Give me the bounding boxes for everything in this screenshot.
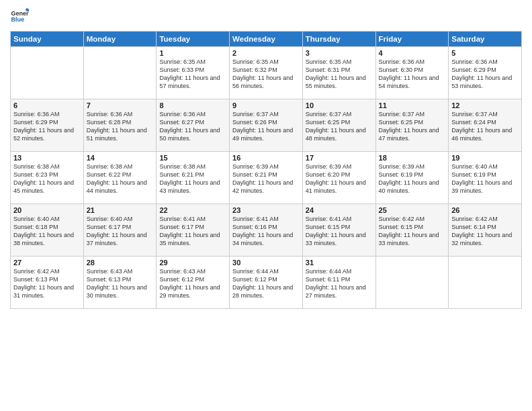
calendar-cell: 3Sunrise: 6:35 AMSunset: 6:31 PMDaylight…	[302, 47, 375, 99]
day-number: 2	[232, 49, 300, 57]
calendar-week-row: 13Sunrise: 6:38 AMSunset: 6:23 PMDayligh…	[11, 152, 522, 204]
day-info: Sunrise: 6:35 AMSunset: 6:31 PMDaylight:…	[306, 58, 373, 91]
day-number: 3	[306, 49, 373, 57]
day-info: Sunrise: 6:38 AMSunset: 6:23 PMDaylight:…	[13, 163, 81, 195]
day-info: Sunrise: 6:44 AMSunset: 6:12 PMDaylight:…	[232, 267, 300, 300]
day-info: Sunrise: 6:42 AMSunset: 6:14 PMDaylight:…	[451, 215, 519, 248]
day-number: 17	[306, 154, 373, 162]
calendar-cell: 5Sunrise: 6:36 AMSunset: 6:29 PMDaylight…	[449, 47, 522, 99]
calendar-cell	[449, 257, 522, 309]
day-number: 24	[306, 206, 373, 214]
day-info: Sunrise: 6:39 AMSunset: 6:19 PMDaylight:…	[379, 163, 446, 195]
day-info: Sunrise: 6:42 AMSunset: 6:13 PMDaylight:…	[13, 267, 81, 300]
col-saturday: Saturday	[449, 32, 522, 47]
calendar-week-row: 1Sunrise: 6:35 AMSunset: 6:33 PMDaylight…	[11, 47, 522, 99]
calendar-cell: 8Sunrise: 6:36 AMSunset: 6:27 PMDaylight…	[157, 99, 230, 152]
day-info: Sunrise: 6:36 AMSunset: 6:29 PMDaylight:…	[13, 110, 81, 143]
day-number: 13	[13, 154, 81, 162]
calendar-header-row: Sunday Monday Tuesday Wednesday Thursday…	[11, 32, 522, 47]
day-number: 25	[379, 206, 446, 214]
day-number: 11	[379, 101, 446, 109]
calendar-cell: 12Sunrise: 6:37 AMSunset: 6:24 PMDayligh…	[449, 99, 522, 152]
day-number: 9	[232, 101, 300, 109]
col-friday: Friday	[375, 32, 449, 47]
day-info: Sunrise: 6:40 AMSunset: 6:19 PMDaylight:…	[451, 163, 519, 195]
calendar-cell: 27Sunrise: 6:42 AMSunset: 6:13 PMDayligh…	[11, 257, 84, 309]
logo-icon: General Blue	[10, 7, 29, 26]
day-info: Sunrise: 6:37 AMSunset: 6:26 PMDaylight:…	[232, 110, 300, 143]
calendar-cell: 1Sunrise: 6:35 AMSunset: 6:33 PMDaylight…	[157, 47, 230, 99]
calendar-cell: 24Sunrise: 6:41 AMSunset: 6:15 PMDayligh…	[302, 204, 375, 257]
calendar-table: Sunday Monday Tuesday Wednesday Thursday…	[10, 31, 522, 309]
calendar-cell	[83, 47, 157, 99]
day-number: 23	[232, 206, 300, 214]
day-number: 26	[451, 206, 519, 214]
day-number: 1	[159, 49, 226, 57]
calendar-cell: 13Sunrise: 6:38 AMSunset: 6:23 PMDayligh…	[11, 152, 84, 204]
day-number: 10	[306, 101, 373, 109]
logo: General Blue	[10, 7, 32, 26]
day-number: 7	[87, 101, 154, 109]
day-info: Sunrise: 6:35 AMSunset: 6:32 PMDaylight:…	[232, 58, 300, 91]
calendar-cell: 18Sunrise: 6:39 AMSunset: 6:19 PMDayligh…	[375, 152, 449, 204]
day-info: Sunrise: 6:40 AMSunset: 6:17 PMDaylight:…	[87, 215, 154, 248]
day-info: Sunrise: 6:36 AMSunset: 6:27 PMDaylight:…	[159, 110, 226, 143]
day-info: Sunrise: 6:41 AMSunset: 6:17 PMDaylight:…	[159, 215, 226, 248]
calendar-cell: 7Sunrise: 6:36 AMSunset: 6:28 PMDaylight…	[83, 99, 157, 152]
calendar-cell: 9Sunrise: 6:37 AMSunset: 6:26 PMDaylight…	[230, 99, 303, 152]
day-number: 27	[13, 259, 81, 267]
day-info: Sunrise: 6:38 AMSunset: 6:21 PMDaylight:…	[159, 163, 226, 195]
calendar-cell: 29Sunrise: 6:43 AMSunset: 6:12 PMDayligh…	[157, 257, 230, 309]
calendar-cell: 17Sunrise: 6:39 AMSunset: 6:20 PMDayligh…	[302, 152, 375, 204]
day-number: 21	[87, 206, 154, 214]
day-number: 6	[13, 101, 81, 109]
day-info: Sunrise: 6:38 AMSunset: 6:22 PMDaylight:…	[87, 163, 154, 195]
day-number: 8	[159, 101, 226, 109]
col-monday: Monday	[83, 32, 157, 47]
day-info: Sunrise: 6:41 AMSunset: 6:16 PMDaylight:…	[232, 215, 300, 248]
day-info: Sunrise: 6:36 AMSunset: 6:28 PMDaylight:…	[87, 110, 154, 143]
calendar-cell	[375, 257, 449, 309]
day-number: 31	[306, 259, 373, 267]
day-info: Sunrise: 6:43 AMSunset: 6:13 PMDaylight:…	[87, 267, 154, 300]
calendar-cell: 20Sunrise: 6:40 AMSunset: 6:18 PMDayligh…	[11, 204, 84, 257]
calendar-cell: 31Sunrise: 6:44 AMSunset: 6:11 PMDayligh…	[302, 257, 375, 309]
day-info: Sunrise: 6:43 AMSunset: 6:12 PMDaylight:…	[159, 267, 226, 300]
calendar-cell: 19Sunrise: 6:40 AMSunset: 6:19 PMDayligh…	[449, 152, 522, 204]
day-number: 19	[451, 154, 519, 162]
calendar-cell: 23Sunrise: 6:41 AMSunset: 6:16 PMDayligh…	[230, 204, 303, 257]
svg-text:General: General	[11, 10, 29, 17]
day-number: 5	[451, 49, 519, 57]
day-info: Sunrise: 6:35 AMSunset: 6:33 PMDaylight:…	[159, 58, 226, 91]
day-info: Sunrise: 6:40 AMSunset: 6:18 PMDaylight:…	[13, 215, 81, 248]
calendar-cell: 16Sunrise: 6:39 AMSunset: 6:21 PMDayligh…	[230, 152, 303, 204]
calendar-cell: 21Sunrise: 6:40 AMSunset: 6:17 PMDayligh…	[83, 204, 157, 257]
day-info: Sunrise: 6:41 AMSunset: 6:15 PMDaylight:…	[306, 215, 373, 248]
svg-text:Blue: Blue	[11, 16, 24, 23]
day-info: Sunrise: 6:37 AMSunset: 6:25 PMDaylight:…	[379, 110, 446, 143]
col-wednesday: Wednesday	[230, 32, 303, 47]
day-number: 22	[159, 206, 226, 214]
col-sunday: Sunday	[11, 32, 84, 47]
day-number: 14	[87, 154, 154, 162]
calendar-week-row: 27Sunrise: 6:42 AMSunset: 6:13 PMDayligh…	[11, 257, 522, 309]
calendar-cell: 30Sunrise: 6:44 AMSunset: 6:12 PMDayligh…	[230, 257, 303, 309]
day-info: Sunrise: 6:39 AMSunset: 6:21 PMDaylight:…	[232, 163, 300, 195]
calendar-cell: 15Sunrise: 6:38 AMSunset: 6:21 PMDayligh…	[157, 152, 230, 204]
calendar-cell: 22Sunrise: 6:41 AMSunset: 6:17 PMDayligh…	[157, 204, 230, 257]
calendar-week-row: 6Sunrise: 6:36 AMSunset: 6:29 PMDaylight…	[11, 99, 522, 152]
calendar-cell: 2Sunrise: 6:35 AMSunset: 6:32 PMDaylight…	[230, 47, 303, 99]
calendar-cell: 14Sunrise: 6:38 AMSunset: 6:22 PMDayligh…	[83, 152, 157, 204]
day-info: Sunrise: 6:36 AMSunset: 6:30 PMDaylight:…	[379, 58, 446, 91]
calendar-week-row: 20Sunrise: 6:40 AMSunset: 6:18 PMDayligh…	[11, 204, 522, 257]
calendar-cell: 11Sunrise: 6:37 AMSunset: 6:25 PMDayligh…	[375, 99, 449, 152]
day-info: Sunrise: 6:44 AMSunset: 6:11 PMDaylight:…	[306, 267, 373, 300]
calendar-cell: 26Sunrise: 6:42 AMSunset: 6:14 PMDayligh…	[449, 204, 522, 257]
calendar-cell: 4Sunrise: 6:36 AMSunset: 6:30 PMDaylight…	[375, 47, 449, 99]
calendar-cell: 28Sunrise: 6:43 AMSunset: 6:13 PMDayligh…	[83, 257, 157, 309]
day-info: Sunrise: 6:36 AMSunset: 6:29 PMDaylight:…	[451, 58, 519, 91]
calendar-cell: 6Sunrise: 6:36 AMSunset: 6:29 PMDaylight…	[11, 99, 84, 152]
calendar-cell: 10Sunrise: 6:37 AMSunset: 6:25 PMDayligh…	[302, 99, 375, 152]
day-number: 29	[159, 259, 226, 267]
day-number: 4	[379, 49, 446, 57]
